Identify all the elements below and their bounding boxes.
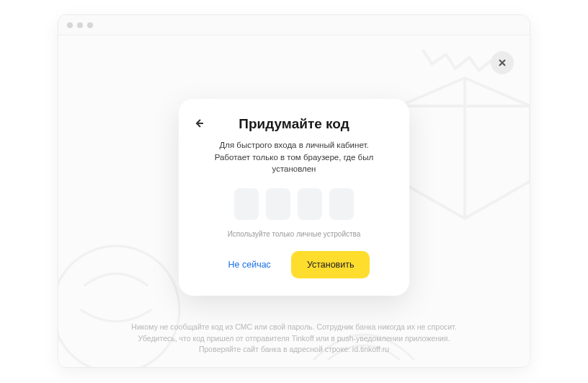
pin-input-row (199, 188, 389, 220)
security-footer: Никому не сообщайте код из СМС или свой … (58, 322, 530, 356)
not-now-button[interactable]: Не сейчас (218, 251, 281, 278)
window-titlebar (58, 15, 530, 35)
window-dot (67, 22, 73, 28)
back-button[interactable] (189, 113, 209, 133)
arrow-left-icon (193, 118, 205, 129)
pin-digit-input[interactable] (266, 188, 290, 220)
set-button[interactable]: Установить (291, 251, 370, 278)
page-content: Придумайте код Для быстрого входа в личн… (58, 35, 530, 367)
modal-title: Придумайте код (199, 116, 389, 132)
window-dot (87, 22, 93, 28)
pin-digit-input[interactable] (329, 188, 354, 220)
window-dot (77, 22, 83, 28)
close-button[interactable] (491, 51, 514, 74)
pin-setup-modal: Придумайте код Для быстрого входа в личн… (179, 99, 409, 296)
pin-digit-input[interactable] (298, 188, 322, 220)
button-row: Не сейчас Установить (199, 251, 389, 278)
device-hint: Используйте только личные устройства (199, 230, 389, 238)
pin-digit-input[interactable] (234, 188, 259, 220)
close-icon (498, 58, 507, 67)
modal-subtitle: Для быстрого входа в личный кабинет. Раб… (202, 139, 386, 175)
browser-window: Придумайте код Для быстрого входа в личн… (58, 14, 530, 368)
app-frame: Придумайте код Для быстрого входа в личн… (0, 0, 588, 383)
